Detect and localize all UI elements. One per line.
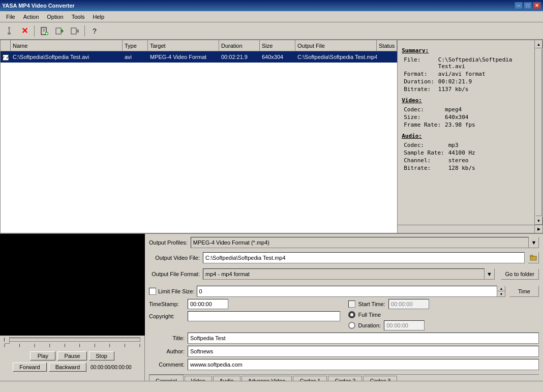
menu-file[interactable]: File <box>2 13 19 21</box>
menu-help[interactable]: Help <box>88 13 108 21</box>
menu-option[interactable]: Option <box>43 13 67 21</box>
timestamp-input[interactable] <box>188 299 228 309</box>
profiles-value: MPEG-4 Video Format (*.mp4) <box>193 239 269 246</box>
col-header-target[interactable]: Target <box>148 40 219 51</box>
copyright-input[interactable] <box>188 311 340 321</box>
stop-button[interactable]: Stop <box>89 351 114 360</box>
tab-audio[interactable]: Audio <box>213 376 240 381</box>
toolbar-stop-button[interactable] <box>68 24 82 38</box>
tick: | <box>79 343 80 347</box>
channel-label: Channel: <box>402 157 446 164</box>
minimize-button[interactable]: ─ <box>515 2 523 9</box>
file-list-header: Name Type Target Duration Size Output Fi… <box>1 40 397 51</box>
tick: | <box>139 343 140 347</box>
summary-scrollbar[interactable]: ▲ ▼ <box>534 40 542 225</box>
col-header-status[interactable]: Status <box>377 40 397 51</box>
scroll-down-button[interactable]: ▼ <box>535 217 542 225</box>
browse-output-button[interactable] <box>528 252 539 263</box>
nav-controls: Forward Backward 00:00:00/00:00:00 <box>0 361 144 373</box>
stop-icon <box>70 26 79 36</box>
toolbar-delete-button[interactable]: ✕ <box>17 24 32 38</box>
forward-button[interactable]: Forward <box>13 363 46 372</box>
output-settings: Output Profiles: MPEG-4 Video Format (*.… <box>145 234 543 381</box>
output-format-row: Output File Format: mp4 - mp4 format ▼ G… <box>149 268 539 280</box>
file-checkbox[interactable]: ✓ <box>3 54 9 61</box>
row-type: avi <box>123 53 148 61</box>
author-label: Author: <box>149 348 185 354</box>
duration-radio[interactable] <box>348 322 355 329</box>
tab-video[interactable]: Video <box>185 376 212 381</box>
title-bar-left: YASA MP4 Video Converter <box>2 3 75 9</box>
svg-marker-10 <box>62 29 64 33</box>
author-input[interactable] <box>188 346 539 357</box>
size-spinner-up[interactable]: ▲ <box>497 286 505 291</box>
row-name: C:\Softpedia\Softpedia Test.avi <box>11 53 123 61</box>
maximize-button[interactable]: □ <box>524 2 532 9</box>
full-time-radio[interactable] <box>348 311 355 318</box>
file-format-select[interactable]: mp4 - mp4 format <box>203 268 485 280</box>
pause-button[interactable]: Pause <box>57 351 86 360</box>
profiles-label: Output Profiles: <box>149 239 188 246</box>
title-input[interactable] <box>188 333 539 344</box>
tab-codec2[interactable]: Codec 2 <box>328 376 362 381</box>
file-format-dropdown-button[interactable]: ▼ <box>485 268 495 280</box>
backward-button[interactable]: Backward <box>49 363 86 372</box>
abitrate-value: 128 kb/s <box>446 164 477 172</box>
col-header-duration[interactable]: Duration <box>219 40 260 51</box>
format-label: Format: <box>402 70 436 78</box>
limit-and-time-row: Limit File Size: ▲ ▼ Time <box>149 286 539 297</box>
tab-codec1[interactable]: Codec 1 <box>293 376 327 381</box>
toolbar-wrench-button[interactable] <box>2 24 16 38</box>
tick: | <box>49 343 50 347</box>
col-header-type[interactable]: Type <box>123 40 148 51</box>
output-file-input[interactable] <box>203 252 525 263</box>
size-spinner-buttons: ▲ ▼ <box>497 286 505 297</box>
timestamp-row: TimeStamp: <box>149 299 340 309</box>
toolbar-add-button[interactable] <box>37 24 51 38</box>
time-left-col: TimeStamp: Copyright: <box>149 299 340 330</box>
col-header-name[interactable]: Name <box>11 40 123 51</box>
row-status <box>377 56 397 58</box>
tab-advance-video[interactable]: Advance Video <box>242 376 292 381</box>
hscroll-right-button[interactable]: ▶ <box>534 225 542 233</box>
menu-tools[interactable]: Tools <box>68 13 89 21</box>
start-time-input[interactable] <box>388 299 429 309</box>
duration-input[interactable] <box>384 320 425 330</box>
summary-table: File:C:\Softpedia\Softpedia Test.avi For… <box>402 56 530 93</box>
profiles-select[interactable]: MPEG-4 Video Format (*.mp4) <box>191 237 529 248</box>
comment-label: Comment: <box>149 361 185 368</box>
size-spinner-down[interactable]: ▼ <box>497 291 505 297</box>
toolbar-convert-button[interactable] <box>52 24 67 38</box>
table-row[interactable]: ✓ C:\Softpedia\Softpedia Test.avi avi MP… <box>1 51 397 63</box>
comment-input[interactable] <box>188 359 539 370</box>
row-output: C:\Softpedia\Softpedia Test.mp4 <box>295 53 377 61</box>
col-header-output[interactable]: Output File <box>295 40 377 51</box>
start-time-checkbox[interactable] <box>348 300 355 308</box>
scroll-up-button[interactable]: ▲ <box>535 40 542 48</box>
row-checkbox[interactable]: ✓ <box>1 53 11 62</box>
tab-generial[interactable]: Generial <box>149 375 184 381</box>
abitrate-label: Bitrate: <box>402 164 446 172</box>
goto-folder-button[interactable]: Go to folder <box>501 268 539 280</box>
size-input[interactable] <box>197 286 497 297</box>
timeline-track[interactable] <box>4 338 140 342</box>
samplerate-value: 44100 Hz <box>446 149 477 157</box>
limit-size-checkbox[interactable] <box>149 288 156 295</box>
timeline-thumb[interactable] <box>5 337 10 344</box>
play-button[interactable]: Play <box>30 351 55 360</box>
copyright-label: Copyright: <box>149 313 185 319</box>
toolbar-help-button[interactable]: ? <box>87 24 102 38</box>
title-row: Title: <box>149 333 539 344</box>
scroll-thumb[interactable] <box>535 49 542 216</box>
close-button[interactable]: ✕ <box>533 2 541 9</box>
menu-action[interactable]: Action <box>19 13 43 21</box>
time-button[interactable]: Time <box>509 286 539 297</box>
add-file-icon <box>40 26 49 36</box>
file-format-value: mp4 - mp4 format <box>205 271 250 277</box>
col-header-size[interactable]: Size <box>260 40 295 51</box>
tab-codec3[interactable]: Codec 3 <box>363 376 397 381</box>
row-duration: 00:02:21.9 <box>219 53 260 61</box>
duration-label: Duration: <box>358 322 381 328</box>
profiles-dropdown-button[interactable]: ▼ <box>529 237 539 248</box>
preview-area: | | | | | | | | | | Play Pause St <box>0 234 145 381</box>
